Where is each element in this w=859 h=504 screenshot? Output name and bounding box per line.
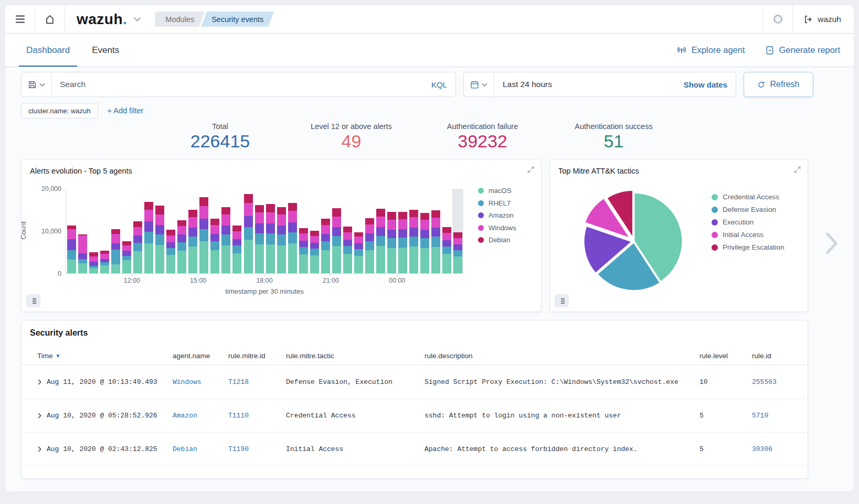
bar-segment-Amazon[interactable] — [166, 242, 175, 248]
legend-item-Windows[interactable]: Windows — [478, 224, 537, 232]
cell-rule-id[interactable]: 30306 — [752, 445, 799, 453]
cell-rule-mitre-id[interactable]: T1110 — [228, 412, 286, 420]
column-header-rule-description[interactable]: rule.description — [425, 352, 699, 360]
bar-segment-Debian[interactable] — [155, 206, 164, 214]
bar-segment-RHEL7[interactable] — [343, 246, 352, 254]
bar-segment-Windows[interactable] — [288, 211, 297, 222]
user-menu[interactable]: wazuh — [793, 15, 854, 24]
bar-segment-RHEL7[interactable] — [199, 229, 208, 241]
filter-pill-cluster-name[interactable]: cluster.name: wazuh — [21, 103, 98, 119]
bar-segment-macOS[interactable] — [321, 250, 330, 273]
bar-segment-Debian[interactable] — [210, 219, 219, 225]
bar-segment-RHEL7[interactable] — [177, 242, 186, 251]
bar-segment-Debian[interactable] — [299, 228, 308, 233]
legend-item-initial-access[interactable]: Initial Access — [712, 231, 784, 239]
bar-segment-Amazon[interactable] — [376, 227, 385, 236]
bar-segment-RHEL7[interactable] — [442, 246, 451, 254]
bar-segment-Amazon[interactable] — [299, 241, 308, 247]
expand-row-icon[interactable] — [37, 413, 42, 419]
bar-segment-Amazon[interactable] — [122, 251, 131, 256]
legend-item-execution[interactable]: Execution — [712, 218, 784, 226]
bar-segment-RHEL7[interactable] — [376, 236, 385, 246]
bar-segment-Amazon[interactable] — [332, 227, 341, 236]
bar-segment-Debian[interactable] — [398, 212, 407, 220]
bar-segment-RHEL7[interactable] — [255, 233, 264, 244]
cell-agent-name[interactable]: Debian — [173, 445, 228, 453]
bar-segment-Amazon[interactable] — [232, 239, 241, 246]
bar-segment-Amazon[interactable] — [365, 233, 374, 241]
tab-events[interactable]: Events — [84, 34, 126, 67]
bar-segment-macOS[interactable] — [100, 265, 109, 273]
bar-segment-Debian[interactable] — [89, 252, 98, 256]
bar-segment-Amazon[interactable] — [266, 223, 275, 233]
generate-report-button[interactable]: Generate report — [765, 45, 840, 55]
bar-segment-Amazon[interactable] — [210, 234, 219, 242]
bar-segment-RHEL7[interactable] — [354, 249, 363, 256]
bar-segment-Windows[interactable] — [166, 235, 175, 242]
bar-segment-RHEL7[interactable] — [244, 227, 253, 240]
bar-segment-Amazon[interactable] — [177, 234, 186, 242]
bar-segment-macOS[interactable] — [111, 264, 120, 273]
bar-segment-Amazon[interactable] — [133, 235, 142, 243]
bar-segment-RHEL7[interactable] — [277, 234, 286, 245]
bar-segment-Debian[interactable] — [288, 203, 297, 211]
bar-segment-Windows[interactable] — [221, 215, 230, 225]
table-row[interactable]: Aug 10, 2020 @ 02:43:12.825DebianT1190In… — [22, 432, 808, 466]
bar-segment-Debian[interactable] — [332, 208, 341, 217]
bar-segment-Debian[interactable] — [310, 231, 319, 236]
bar-segment-Windows[interactable] — [409, 217, 418, 227]
bar-segment-Windows[interactable] — [67, 229, 76, 239]
bar-segment-Amazon[interactable] — [343, 240, 352, 246]
bar-segment-Debian[interactable] — [420, 213, 429, 220]
bar-segment-macOS[interactable] — [244, 240, 253, 273]
bar-segment-macOS[interactable] — [188, 246, 197, 273]
bar-segment-Debian[interactable] — [166, 230, 175, 235]
bar-segment-macOS[interactable] — [398, 248, 407, 273]
legend-item-credential-access[interactable]: Credential Access — [712, 193, 784, 201]
bar-segment-Amazon[interactable] — [244, 216, 253, 227]
table-row[interactable]: Aug 10, 2020 @ 05:28:52.926AmazonT1110Cr… — [22, 399, 808, 432]
bar-segment-macOS[interactable] — [310, 255, 319, 273]
bar-segment-Debian[interactable] — [244, 194, 253, 203]
bar-segment-RHEL7[interactable] — [232, 245, 241, 253]
bar-segment-RHEL7[interactable] — [398, 238, 407, 248]
bar-segment-RHEL7[interactable] — [409, 237, 418, 246]
bar-segment-Windows[interactable] — [133, 227, 142, 235]
bar-segment-Debian[interactable] — [111, 229, 120, 234]
bar-segment-Windows[interactable] — [420, 220, 429, 230]
bar-segment-RHEL7[interactable] — [67, 250, 76, 260]
bar-segment-macOS[interactable] — [332, 246, 341, 273]
bar-segment-Amazon[interactable] — [354, 243, 363, 249]
bar-segment-macOS[interactable] — [122, 260, 131, 273]
bar-segment-macOS[interactable] — [67, 260, 76, 273]
health-ring-button[interactable] — [763, 5, 792, 34]
bar-segment-Amazon[interactable] — [78, 253, 87, 259]
legend-item-Amazon[interactable]: Amazon — [478, 211, 537, 219]
bar-segment-macOS[interactable] — [343, 254, 352, 273]
bar-segment-macOS[interactable] — [387, 248, 396, 274]
bar-segment-Windows[interactable] — [232, 231, 241, 239]
bar-segment-macOS[interactable] — [89, 268, 98, 273]
bar-segment-Amazon[interactable] — [409, 228, 418, 237]
menu-button[interactable] — [5, 5, 35, 34]
bar-segment-Windows[interactable] — [310, 236, 319, 243]
legend-item-defense-evasion[interactable]: Defense Evasion — [712, 206, 784, 213]
expand-panel-icon[interactable] — [793, 166, 801, 174]
bar-segment-Debian[interactable] — [122, 241, 131, 245]
column-header-rule-mitre-tactic[interactable]: rule.mitre.tactic — [286, 352, 425, 360]
wazuh-logo[interactable]: wazuh. — [77, 11, 127, 28]
bar-segment-RHEL7[interactable] — [221, 234, 230, 245]
bar-segment-Windows[interactable] — [89, 256, 98, 262]
bar-segment-RHEL7[interactable] — [78, 259, 87, 263]
bar-segment-Amazon[interactable] — [277, 226, 286, 235]
bar-segment-Debian[interactable] — [255, 205, 264, 213]
bar-segment-Windows[interactable] — [144, 210, 153, 221]
legend-toggle-button[interactable] — [555, 294, 569, 307]
bar-segment-RHEL7[interactable] — [431, 237, 440, 246]
bar-segment-Windows[interactable] — [398, 219, 407, 229]
bar-segment-Windows[interactable] — [376, 217, 385, 227]
bar-segment-Debian[interactable] — [431, 210, 440, 218]
cell-rule-mitre-id[interactable]: T1190 — [228, 445, 286, 453]
bar-segment-RHEL7[interactable] — [310, 249, 319, 255]
bar-segment-Windows[interactable] — [177, 226, 186, 234]
